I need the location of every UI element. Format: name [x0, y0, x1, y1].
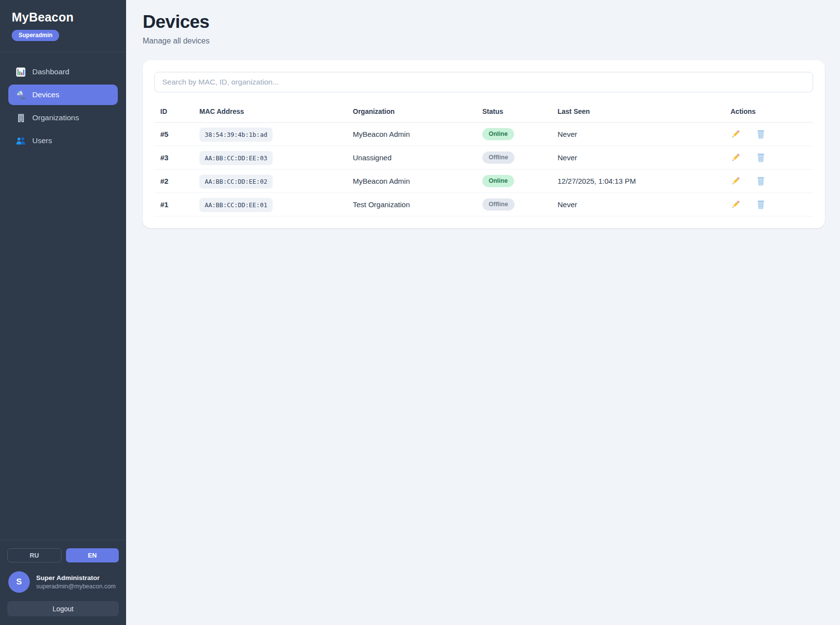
device-mac: AA:BB:CC:DD:EE:02: [199, 174, 273, 189]
device-id: #3: [154, 146, 194, 170]
device-last-seen: Never: [552, 123, 725, 146]
device-last-seen: 12/27/2025, 1:04:13 PM: [552, 170, 725, 193]
table-row: #5 38:54:39:4b:1b:ad MyBeacon Admin Onli…: [154, 123, 813, 146]
language-en-button[interactable]: EN: [66, 548, 119, 562]
sidebar-nav: Dashboard Devices: [0, 52, 126, 163]
avatar: S: [8, 571, 30, 593]
search-input[interactable]: [154, 72, 813, 92]
status-badge: Online: [482, 175, 514, 187]
sidebar-footer: RU EN S Super Administrator superadmin@m…: [0, 540, 126, 625]
main-content: Devices Manage all devices ID MAC Addres…: [126, 0, 840, 625]
column-header-organization: Organization: [347, 95, 476, 123]
sidebar-item-label: Organizations: [32, 113, 79, 122]
devices-table: ID MAC Address Organization Status Last …: [154, 95, 813, 216]
device-mac: 38:54:39:4b:1b:ad: [199, 128, 273, 142]
user-name: Super Administrator: [36, 574, 116, 582]
bar-chart-icon: [16, 67, 26, 77]
table-row: #2 AA:BB:CC:DD:EE:02 MyBeacon Admin Onli…: [154, 170, 813, 193]
device-mac: AA:BB:CC:DD:EE:03: [199, 151, 273, 165]
device-last-seen: Never: [552, 146, 725, 170]
device-id: #1: [154, 193, 194, 216]
logout-button[interactable]: Logout: [7, 601, 119, 616]
sidebar-item-organizations[interactable]: Organizations: [8, 108, 118, 128]
device-organization: Test Organization: [347, 193, 476, 216]
table-row: #1 AA:BB:CC:DD:EE:01 Test Organization O…: [154, 193, 813, 216]
sidebar-item-dashboard[interactable]: Dashboard: [8, 62, 118, 82]
language-switcher: RU EN: [7, 548, 119, 562]
edit-button[interactable]: [731, 152, 741, 163]
language-ru-button[interactable]: RU: [7, 548, 62, 562]
edit-button[interactable]: [731, 199, 741, 210]
device-id: #5: [154, 123, 194, 146]
sidebar-item-label: Dashboard: [32, 67, 69, 76]
device-organization: Unassigned: [347, 146, 476, 170]
device-id: #2: [154, 170, 194, 193]
edit-button[interactable]: [731, 176, 741, 186]
column-header-last-seen: Last Seen: [552, 95, 725, 123]
column-header-mac: MAC Address: [194, 95, 347, 123]
sidebar-item-users[interactable]: Users: [8, 130, 118, 151]
device-mac: AA:BB:CC:DD:EE:01: [199, 198, 273, 212]
satellite-icon: [16, 90, 26, 100]
user-info: S Super Administrator superadmin@mybeaco…: [7, 571, 119, 593]
column-header-actions: Actions: [725, 95, 813, 123]
user-email: superadmin@mybeacon.com: [36, 583, 116, 590]
delete-button[interactable]: [756, 176, 766, 186]
user-meta: Super Administrator superadmin@mybeacon.…: [36, 574, 116, 590]
devices-card: ID MAC Address Organization Status Last …: [143, 60, 825, 228]
edit-button[interactable]: [731, 129, 741, 139]
status-badge: Offline: [482, 151, 515, 164]
device-organization: MyBeacon Admin: [347, 123, 476, 146]
delete-button[interactable]: [756, 199, 766, 210]
app-root: MyBeacon Superadmin Dashboard: [0, 0, 840, 625]
building-icon: [16, 113, 26, 123]
table-row: #3 AA:BB:CC:DD:EE:03 Unassigned Offline …: [154, 146, 813, 170]
users-icon: [16, 136, 26, 146]
page-title: Devices: [143, 12, 825, 32]
sidebar-item-label: Devices: [32, 90, 59, 99]
sidebar-header: MyBeacon Superadmin: [0, 0, 126, 52]
device-last-seen: Never: [552, 193, 725, 216]
table-header-row: ID MAC Address Organization Status Last …: [154, 95, 813, 123]
sidebar-item-devices[interactable]: Devices: [8, 85, 118, 105]
status-badge: Offline: [482, 198, 515, 211]
page-subtitle: Manage all devices: [143, 37, 825, 45]
column-header-id: ID: [154, 95, 194, 123]
status-badge: Online: [482, 128, 514, 140]
delete-button[interactable]: [756, 152, 766, 163]
delete-button[interactable]: [756, 129, 766, 139]
device-organization: MyBeacon Admin: [347, 170, 476, 193]
sidebar-item-label: Users: [32, 136, 52, 145]
column-header-status: Status: [476, 95, 552, 123]
app-title: MyBeacon: [12, 10, 114, 24]
sidebar: MyBeacon Superadmin Dashboard: [0, 0, 126, 625]
superadmin-badge: Superadmin: [12, 30, 59, 41]
